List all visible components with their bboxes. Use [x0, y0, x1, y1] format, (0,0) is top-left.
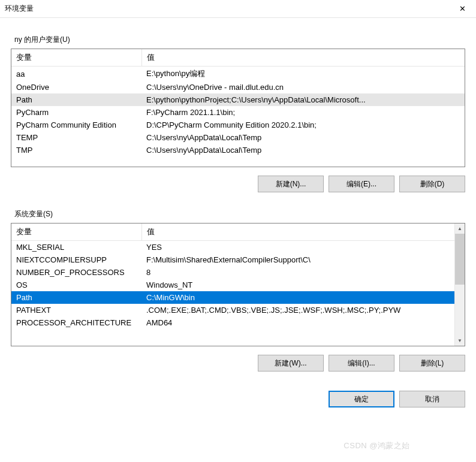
footer-row: 确定 取消 [11, 391, 465, 407]
cancel-button[interactable]: 取消 [399, 391, 465, 407]
cell-val: C:\Users\ny\OneDrive - mail.dlut.edu.cn [141, 81, 465, 93]
sys-button-row: 新建(W)... 编辑(I)... 删除(L) [11, 355, 465, 372]
table-row[interactable]: PyCharmF:\PyCharm 2021.1.1\bin; [11, 106, 465, 119]
watermark: CSDN @鸿蒙之始 [344, 440, 410, 451]
table-row[interactable]: PathC:\MinGW\bin [11, 291, 454, 304]
cell-var: PyCharm [11, 106, 141, 119]
user-edit-button[interactable]: 编辑(E)... [329, 176, 394, 192]
cell-var: PyCharm Community Edition [11, 119, 141, 131]
table-row[interactable]: TEMPC:\Users\ny\AppData\Local\Temp [11, 131, 465, 144]
cell-val: Windows_NT [141, 279, 454, 291]
user-new-button[interactable]: 新建(N)... [258, 176, 324, 192]
table-row[interactable]: PathE:\python\pythonProject;C:\Users\ny\… [11, 93, 465, 106]
cell-val: F:\PyCharm 2021.1.1\bin; [141, 106, 465, 119]
cell-val: E:\python\py编程 [141, 67, 465, 81]
cell-var: TMP [11, 144, 141, 156]
user-col-header-var[interactable]: 变量 [11, 49, 141, 67]
user-vars-table-container: 变量 值 aaE:\python\py编程OneDriveC:\Users\ny… [11, 49, 465, 167]
user-delete-button[interactable]: 删除(D) [399, 176, 465, 192]
cell-var: PATHEXT [11, 304, 141, 316]
cell-var: PROCESSOR_ARCHITECTURE [11, 316, 141, 329]
sys-vars-label: 系统变量(S) [14, 209, 465, 219]
table-row[interactable]: OneDriveC:\Users\ny\OneDrive - mail.dlut… [11, 81, 465, 93]
cell-val: E:\python\pythonProject;C:\Users\ny\AppD… [141, 93, 465, 106]
scrollbar-up-icon[interactable]: ▲ [455, 224, 465, 234]
cell-var: Path [11, 291, 141, 304]
sys-edit-button[interactable]: 编辑(I)... [329, 355, 394, 372]
sys-vars-table-container: 变量 值 MKL_SERIALYESNIEXTCCOMPILERSUPPF:\M… [11, 223, 465, 346]
cell-var: NUMBER_OF_PROCESSORS [11, 266, 141, 279]
cell-var: OS [11, 279, 141, 291]
close-button[interactable]: ✕ [449, 0, 476, 18]
table-row[interactable]: OSWindows_NT [11, 279, 454, 291]
sys-scrollbar[interactable]: ▲ ▼ [454, 224, 465, 346]
cell-val: F:\Multisim\Shared\ExternalCompilerSuppo… [141, 253, 454, 266]
cell-var: OneDrive [11, 81, 141, 93]
cell-var: aa [11, 67, 141, 81]
table-row[interactable]: PATHEXT.COM;.EXE;.BAT;.CMD;.VBS;.VBE;.JS… [11, 304, 454, 316]
ok-button[interactable]: 确定 [329, 391, 394, 407]
cell-val: 8 [141, 266, 454, 279]
cell-var: Path [11, 93, 141, 106]
titlebar: 环境变量 ✕ [0, 0, 476, 18]
cell-val: D:\CP\PyCharm Community Edition 2020.2.1… [141, 119, 465, 131]
dialog-body: ny 的用户变量(U) 变量 值 aaE:\python\py编程OneDriv… [0, 18, 476, 413]
table-row[interactable]: TMPC:\Users\ny\AppData\Local\Temp [11, 144, 465, 156]
cell-var: NIEXTCCOMPILERSUPP [11, 253, 141, 266]
user-vars-table[interactable]: 变量 值 aaE:\python\py编程OneDriveC:\Users\ny… [11, 49, 465, 156]
table-row[interactable]: NUMBER_OF_PROCESSORS8 [11, 266, 454, 279]
user-button-row: 新建(N)... 编辑(E)... 删除(D) [11, 176, 465, 192]
cell-val: AMD64 [141, 316, 454, 329]
table-row[interactable]: PROCESSOR_ARCHITECTUREAMD64 [11, 316, 454, 329]
user-vars-label: ny 的用户变量(U) [14, 35, 465, 45]
sys-col-header-val[interactable]: 值 [141, 224, 454, 241]
cell-val: C:\Users\ny\AppData\Local\Temp [141, 131, 465, 144]
cell-val: C:\MinGW\bin [141, 291, 454, 304]
window-title: 环境变量 [5, 4, 34, 14]
cell-var: MKL_SERIAL [11, 241, 141, 254]
cell-val: C:\Users\ny\AppData\Local\Temp [141, 144, 465, 156]
table-row[interactable]: PyCharm Community EditionD:\CP\PyCharm C… [11, 119, 465, 131]
cell-var: TEMP [11, 131, 141, 144]
sys-col-header-var[interactable]: 变量 [11, 224, 141, 241]
table-row[interactable]: MKL_SERIALYES [11, 241, 454, 254]
cell-val: YES [141, 241, 454, 254]
scrollbar-down-icon[interactable]: ▼ [455, 336, 465, 346]
cell-val: .COM;.EXE;.BAT;.CMD;.VBS;.VBE;.JS;.JSE;.… [141, 304, 454, 316]
sys-delete-button[interactable]: 删除(L) [399, 355, 465, 372]
table-row[interactable]: NIEXTCCOMPILERSUPPF:\Multisim\Shared\Ext… [11, 253, 454, 266]
sys-new-button[interactable]: 新建(W)... [258, 355, 324, 372]
close-icon: ✕ [459, 4, 466, 13]
user-col-header-val[interactable]: 值 [141, 49, 465, 67]
table-row[interactable]: aaE:\python\py编程 [11, 67, 465, 81]
scrollbar-thumb[interactable] [455, 234, 465, 285]
sys-vars-table[interactable]: 变量 值 MKL_SERIALYESNIEXTCCOMPILERSUPPF:\M… [11, 224, 454, 329]
